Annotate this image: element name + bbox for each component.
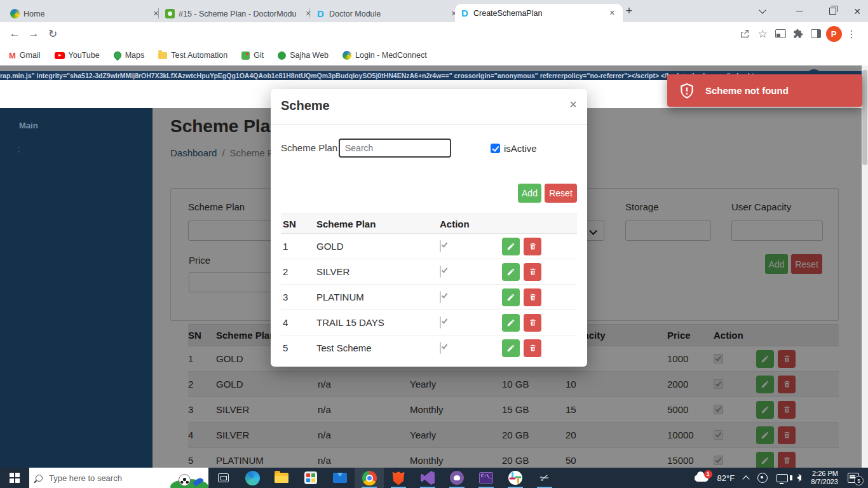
scheme-modal: Scheme × Scheme Plan isActive Add Reset … — [271, 89, 587, 367]
delete-button[interactable] — [524, 314, 541, 332]
reload-button[interactable]: ↻ — [43, 27, 62, 41]
notification-center-button[interactable]: 5 — [848, 473, 859, 483]
back-button[interactable]: ← — [5, 27, 24, 40]
modal-add-button[interactable]: Add — [518, 184, 541, 203]
modal-table-row: 3 PLATINUM — [281, 285, 577, 310]
modal-title: Scheme — [281, 98, 330, 113]
bookmark-gmail[interactable]: MGmail — [9, 51, 41, 60]
taskbar-brave[interactable] — [384, 468, 413, 488]
bookmark-test-automation[interactable]: Test Automation — [158, 51, 227, 60]
tab-doctor-module[interactable]: D Doctor Module ✕ — [311, 5, 465, 22]
taskbar-mail[interactable] — [325, 468, 355, 488]
profile-avatar[interactable]: P — [825, 25, 843, 43]
volume-icon[interactable] — [797, 475, 801, 481]
tab-search-chevron-icon[interactable] — [752, 0, 773, 22]
bookmark-star-icon[interactable]: ☆ — [754, 25, 771, 43]
taskbar-store[interactable] — [296, 468, 325, 488]
tab-label: #15 - Scheme Plan - DoctorModu — [179, 10, 299, 18]
tab-home[interactable]: Home ✕ — [5, 5, 166, 22]
clock[interactable]: 2:26 PM 8/7/2023 — [811, 470, 838, 486]
windows-logo-icon — [10, 473, 20, 483]
bookmark-sajha-web[interactable]: Sajha Web — [278, 51, 329, 60]
taskbar-chrome-active[interactable] — [355, 468, 384, 488]
modal-table-header: SN Scheme Plan Action — [281, 214, 577, 234]
taskbar-search-box[interactable] — [29, 468, 208, 488]
modal-close-icon[interactable]: × — [569, 97, 577, 112]
window-restore-button[interactable] — [821, 0, 844, 22]
bookmark-maps[interactable]: Maps — [114, 51, 145, 60]
taskbar-terminal[interactable]: C:\_ — [471, 468, 501, 488]
taskbar-slack[interactable] — [501, 468, 530, 488]
tab-label: Home — [24, 10, 147, 18]
chrome-icon — [362, 471, 377, 485]
bookmark-medconnect[interactable]: Login - MedConnect — [342, 51, 427, 60]
taskbar-snipping-tool[interactable]: ✂ — [530, 468, 559, 488]
scrollbar-thumb[interactable] — [862, 70, 867, 165]
extensions-puzzle-icon[interactable] — [789, 25, 807, 43]
new-tab-button[interactable]: + — [620, 0, 638, 22]
browser-menu-icon[interactable]: ⋮ — [843, 25, 860, 43]
taskbar: C:\_ ✂ 1 82°F 2:26 PM 8/7/2023 5 — [0, 468, 868, 488]
slack-icon — [508, 471, 522, 485]
edge-icon — [245, 471, 260, 485]
youtube-icon — [55, 52, 65, 59]
network-icon[interactable] — [776, 474, 788, 482]
visual-studio-icon — [421, 471, 435, 485]
weather-cloud-icon[interactable]: 1 — [695, 475, 709, 482]
delete-button[interactable] — [524, 288, 541, 306]
tab-scheme-plan-devops[interactable]: #15 - Scheme Plan - DoctorModu ✕ — [160, 5, 319, 22]
delete-button[interactable] — [524, 339, 541, 357]
modal-reset-button[interactable]: Reset — [545, 184, 577, 203]
side-panel-icon[interactable] — [807, 25, 825, 43]
system-tray: 1 82°F 2:26 PM 8/7/2023 5 — [690, 468, 868, 488]
sajha-web-icon — [278, 51, 286, 60]
bookmark-git[interactable]: Git — [241, 51, 264, 60]
task-view-button[interactable] — [208, 468, 238, 488]
share-icon[interactable] — [736, 25, 754, 43]
sidebar: Main ; — [0, 108, 153, 468]
taskbar-github[interactable] — [442, 468, 471, 488]
taskbar-edge[interactable] — [238, 468, 267, 488]
brave-icon — [392, 471, 405, 485]
tab-close-icon[interactable]: ✕ — [607, 8, 618, 18]
bookmark-youtube[interactable]: YouTube — [55, 51, 100, 60]
shield-alert-icon — [679, 83, 695, 99]
start-button[interactable] — [0, 468, 29, 488]
maps-pin-icon — [112, 50, 123, 61]
picture-in-picture-icon[interactable] — [771, 25, 789, 43]
delete-button[interactable] — [524, 263, 541, 281]
active-checkbox — [440, 291, 441, 303]
edit-button[interactable] — [502, 238, 520, 255]
temperature-text[interactable]: 82°F — [717, 473, 735, 483]
edit-button[interactable] — [502, 263, 520, 281]
active-checkbox — [440, 240, 441, 252]
taskbar-file-explorer[interactable] — [267, 468, 296, 488]
tray-expand-chevron-icon[interactable] — [743, 475, 749, 482]
browser-toolbar: ← → ↻ localhost:7140/SchemePlan/CreateSc… — [0, 22, 868, 45]
modal-search-input[interactable] — [339, 139, 451, 158]
task-view-icon — [218, 473, 229, 482]
edit-button[interactable] — [502, 314, 520, 332]
git-icon — [241, 51, 250, 60]
error-toast[interactable]: Scheme not found — [667, 74, 862, 107]
delete-button[interactable] — [524, 238, 541, 255]
teams-meeting-icon[interactable] — [757, 473, 768, 483]
taskbar-visual-studio[interactable] — [413, 468, 442, 488]
modal-table-row: 5 Test Scheme — [281, 336, 577, 360]
site-favicon — [10, 9, 20, 18]
tab-create-schema-plan-active[interactable]: D CreateSchemaPlan ✕ — [455, 4, 623, 22]
window-close-button[interactable]: ✕ — [848, 0, 867, 22]
sidebar-item-bullet[interactable]: ; — [18, 145, 20, 154]
window-minimize-button[interactable] — [788, 0, 811, 22]
file-explorer-icon — [275, 473, 288, 483]
sidebar-section-main: Main — [19, 121, 38, 130]
doctor-module-favicon: D — [460, 8, 470, 18]
modal-scheme-plan-label: Scheme Plan — [281, 142, 337, 153]
modal-table-row: 2 SILVER — [281, 259, 577, 285]
is-active-checkbox[interactable] — [491, 144, 500, 153]
edit-button[interactable] — [502, 339, 520, 357]
tab-separator — [309, 8, 309, 18]
forward-button[interactable]: → — [24, 27, 43, 40]
microsoft-store-icon — [304, 471, 317, 484]
edit-button[interactable] — [502, 288, 520, 306]
